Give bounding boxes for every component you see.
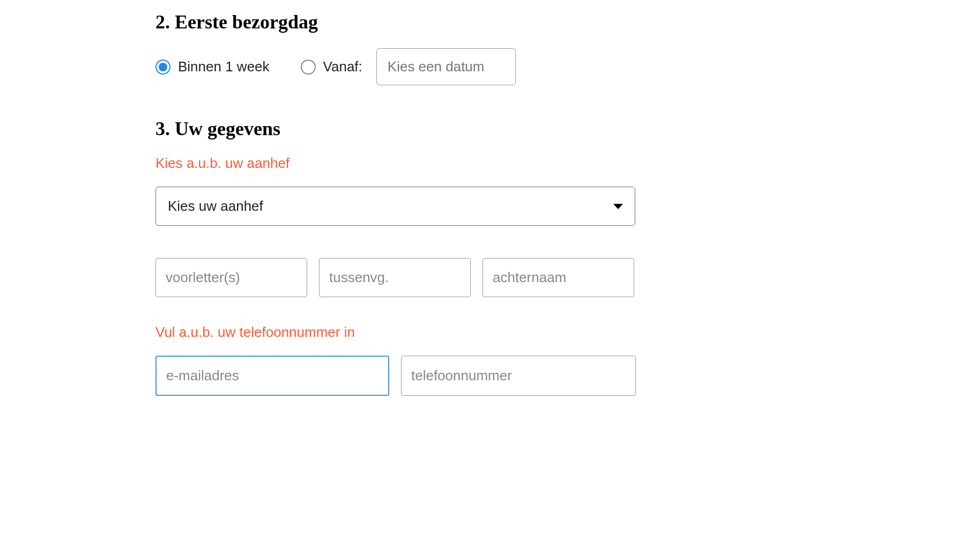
form-container: 2. Eerste bezorgdag Binnen 1 week Vanaf:… [0,0,643,396]
salutation-select[interactable]: Kies uw aanhef [155,187,635,226]
error-phone: Vul a.u.b. uw telefoonnummer in [155,324,643,341]
lastname-input[interactable] [482,258,634,297]
contact-fields-row [155,356,643,396]
caret-down-icon [613,204,623,209]
radio-label-from: Vanaf: [323,58,362,75]
middle-name-input[interactable] [319,258,471,297]
radio-within-1-week[interactable]: Binnen 1 week [155,58,270,75]
salutation-select-wrap: Kies uw aanhef [155,187,635,226]
radio-dot-icon [159,63,167,71]
radio-circle-selected-icon [155,60,170,75]
section-2-heading: 2. Eerste bezorgdag [155,11,643,33]
date-picker-input[interactable] [376,48,516,85]
error-salutation: Kies a.u.b. uw aanhef [155,155,643,172]
salutation-select-placeholder: Kies uw aanhef [168,198,263,215]
radio-circle-empty-icon [301,60,316,75]
name-fields-row [155,258,643,297]
delivery-radio-group: Binnen 1 week Vanaf: [155,48,643,85]
radio-from-date[interactable]: Vanaf: [301,58,362,75]
section-3-heading: 3. Uw gegevens [155,117,643,140]
radio-label-within-1-week: Binnen 1 week [178,58,270,75]
phone-input[interactable] [401,356,636,396]
email-input[interactable] [155,356,389,396]
initials-input[interactable] [155,258,307,297]
